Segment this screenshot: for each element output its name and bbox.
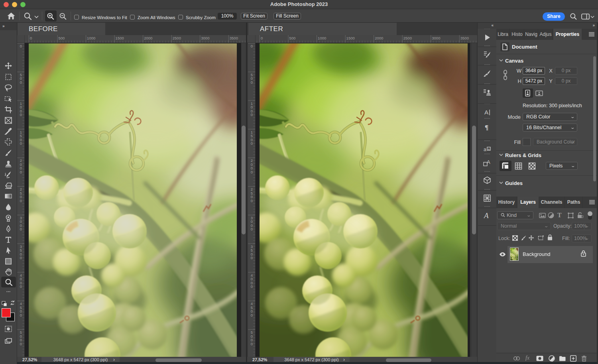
svg-text:a: a [488, 148, 490, 151]
svg-text:A: A [484, 109, 488, 116]
svg-text:a: a [484, 147, 486, 152]
svg-text:¶: ¶ [485, 124, 488, 131]
svg-text:A: A [487, 159, 490, 165]
svg-text:A: A [483, 211, 489, 220]
